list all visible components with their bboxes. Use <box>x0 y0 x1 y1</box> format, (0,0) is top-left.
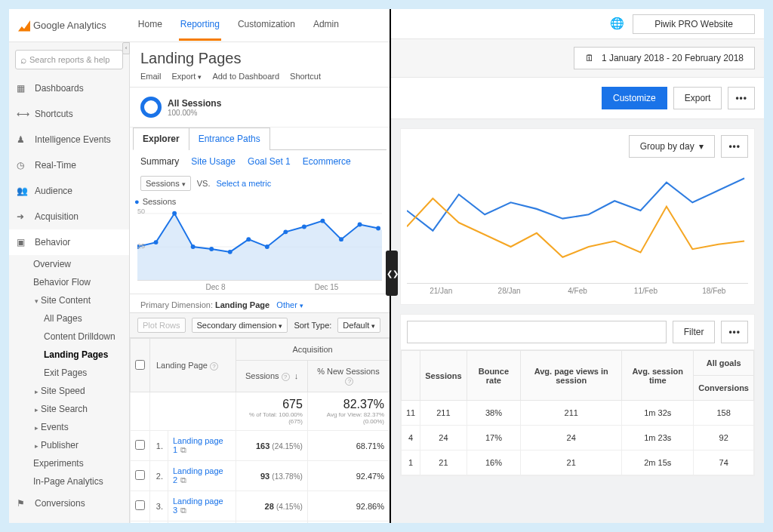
date-range-picker[interactable]: 🗓 1 January 2018 - 20 February 2018 <box>574 47 755 69</box>
sidebar-realtime[interactable]: ◷Real-Time <box>9 152 129 178</box>
pw-x-2: 4/Feb <box>544 284 611 298</box>
pw-row-prefix: 1 <box>402 451 420 475</box>
sub-inpage[interactable]: In-Page Analytics <box>30 472 129 490</box>
group-by-selector[interactable]: Group by day ▾ <box>629 135 716 158</box>
plot-rows[interactable]: Plot Rows <box>137 318 186 333</box>
svg-point-13 <box>339 237 343 241</box>
th-landing-page[interactable]: Landing Page <box>156 361 208 370</box>
row-sessions: 28 (4.15%) <box>236 491 308 521</box>
sub-exit[interactable]: Exit Pages <box>30 364 129 382</box>
ga-main: Landing Pages Email Export ▾ Add to Dash… <box>130 42 390 523</box>
shortcuts-icon: ⟷ <box>17 109 27 119</box>
pw-row-sess: 21 <box>420 451 467 475</box>
dim-other[interactable]: Other ▾ <box>276 300 303 309</box>
open-icon[interactable]: ⧉ <box>180 506 186 515</box>
site-selector[interactable]: Piwik PRO Website <box>633 14 755 34</box>
select-metric[interactable]: Select a metric <box>216 179 271 188</box>
open-icon[interactable]: ⧉ <box>180 475 186 484</box>
search-input[interactable]: Search reports & help <box>15 50 123 69</box>
svg-point-6 <box>209 247 214 251</box>
subtab-ecom[interactable]: Ecommerce <box>303 156 351 167</box>
nav-customization[interactable]: Customization <box>236 10 297 41</box>
sub-experiments[interactable]: Experiments <box>30 454 129 472</box>
table-more-button[interactable]: ••• <box>721 321 748 343</box>
comparison-slider-handle[interactable]: ❮❯ <box>386 251 398 296</box>
svg-point-7 <box>228 250 233 254</box>
checkbox-all[interactable] <box>135 360 145 370</box>
subtab-usage[interactable]: Site Usage <box>191 156 236 167</box>
row-checkbox[interactable] <box>135 500 145 510</box>
open-icon[interactable]: ⧉ <box>180 445 186 454</box>
pw-th-allgoals[interactable]: All goals <box>694 351 754 376</box>
sidebar-behavior[interactable]: ▣Behavior <box>9 229 129 255</box>
table-filter-input[interactable] <box>407 321 667 343</box>
pw-chart[interactable] <box>407 162 748 283</box>
toolbar-addto[interactable]: Add to Dashboard <box>212 72 279 81</box>
pw-row-apv: 211 <box>521 401 622 426</box>
sidebar-audience[interactable]: 👥Audience <box>9 178 129 204</box>
toolbar-email[interactable]: Email <box>140 72 162 81</box>
vs-label: VS. <box>197 179 211 188</box>
customize-button[interactable]: Customize <box>602 87 667 109</box>
row-index: 1. <box>150 431 168 461</box>
secondary-dim[interactable]: Secondary dimension ▾ <box>192 318 288 333</box>
pw-row-bounce: 17% <box>467 426 521 451</box>
metric-selector[interactable]: Sessions ▾ <box>140 176 191 191</box>
total-sessions: 675% of Total: 100.00% (675) <box>236 392 308 431</box>
sub-allpages[interactable]: All Pages <box>30 309 129 328</box>
pw-th-apv[interactable]: Avg. page views in session <box>521 351 622 401</box>
subtab-summary[interactable]: Summary <box>140 156 179 167</box>
ga-logo-text: Google Analytics <box>33 20 106 31</box>
sub-search[interactable]: ▸Site Search <box>30 400 129 418</box>
th-new-sessions[interactable]: % New Sessions? <box>307 361 389 392</box>
landing-page-link[interactable]: Landing page 1⧉ <box>168 431 236 461</box>
pw-th-conv[interactable]: Conversions <box>694 376 754 401</box>
pw-row-conv: 92 <box>694 426 754 451</box>
nav-admin[interactable]: Admin <box>312 10 340 41</box>
th-sessions[interactable]: Sessions? ↓ <box>236 361 308 392</box>
filter-button[interactable]: Filter <box>673 321 716 343</box>
toolbar-export[interactable]: Export ▾ <box>172 72 202 81</box>
sub-publisher[interactable]: ▸Publisher <box>30 436 129 454</box>
sort-type[interactable]: Default ▾ <box>337 318 380 333</box>
landing-page-link[interactable]: Landing page 2⧉ <box>168 461 236 491</box>
ga-chart[interactable]: 50 25 <box>137 206 382 280</box>
sub-overview[interactable]: Overview <box>30 255 129 273</box>
sidebar-dashboards[interactable]: ▦Dashboards <box>9 75 129 101</box>
segment-donut-icon <box>140 97 162 118</box>
pw-row-bounce: 16% <box>467 451 521 475</box>
landing-page-link[interactable]: Landing page 4⧉ <box>168 521 236 523</box>
export-button[interactable]: Export <box>673 87 722 109</box>
sidebar-conversions[interactable]: ⚑Conversions <box>9 490 129 516</box>
sub-events[interactable]: ▸Events <box>30 418 129 436</box>
sidebar-intelligence[interactable]: ♟Intelligence Events <box>9 127 129 152</box>
nav-home[interactable]: Home <box>137 10 164 41</box>
sidebar-shortcuts[interactable]: ⟷Shortcuts <box>9 101 129 127</box>
tab-entrance[interactable]: Entrance Paths <box>189 128 270 150</box>
nav-reporting[interactable]: Reporting <box>179 10 221 41</box>
tab-explorer[interactable]: Explorer <box>133 128 189 150</box>
sub-speed[interactable]: ▸Site Speed <box>30 382 129 400</box>
segment-row[interactable]: All Sessions 100.00% <box>130 88 390 128</box>
acquisition-icon: ➜ <box>17 211 27 222</box>
sub-drilldown[interactable]: Content Drilldown <box>30 328 129 346</box>
pw-th-ast[interactable]: Avg. session time <box>622 351 694 401</box>
pw-th-bounce[interactable]: Bounce rate <box>467 351 521 401</box>
toolbar-shortcut[interactable]: Shortcut <box>290 72 321 81</box>
subtab-goal[interactable]: Goal Set 1 <box>248 156 291 167</box>
row-checkbox[interactable] <box>135 440 145 450</box>
dim-value[interactable]: Landing Page <box>215 300 269 309</box>
sidebar-collapse[interactable]: ‹ <box>122 42 130 54</box>
chart-more-button[interactable]: ••• <box>721 135 748 158</box>
sidebar-acquisition[interactable]: ➜Acquisition <box>9 204 129 229</box>
pw-th-sessions[interactable]: Sessions <box>420 351 467 401</box>
row-checkbox[interactable] <box>135 470 145 480</box>
sub-flow[interactable]: Behavior Flow <box>30 273 129 291</box>
globe-icon[interactable]: 🌐 <box>610 17 625 32</box>
sub-sitecontent[interactable]: ▾Site Content <box>30 291 129 309</box>
pw-row-conv: 74 <box>694 451 754 475</box>
sub-landing[interactable]: Landing Pages <box>30 346 129 364</box>
more-button[interactable]: ••• <box>728 87 755 109</box>
landing-page-link[interactable]: Landing page 3⧉ <box>168 491 236 521</box>
ga-logo: Google Analytics <box>18 20 106 32</box>
